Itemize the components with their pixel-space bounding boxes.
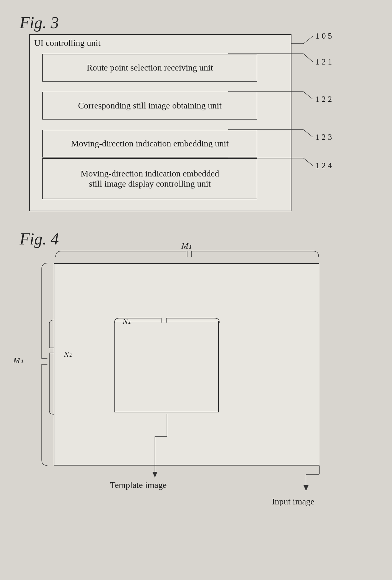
fig4-outer-box <box>54 263 319 466</box>
box4: Moving-direction indication embedded sti… <box>42 158 257 199</box>
svg-text:1 2 1: 1 2 1 <box>315 57 332 66</box>
box1-label: Route point selection receiving unit <box>87 63 213 73</box>
svg-line-13 <box>303 158 313 166</box>
fig4-inner-box <box>114 321 219 412</box>
svg-text:1 2 4: 1 2 4 <box>315 161 332 170</box>
input-image-label: Input image <box>272 497 315 507</box>
n1-top-label: N₁ <box>123 317 131 326</box>
svg-text:1 2 3: 1 2 3 <box>315 133 332 142</box>
ui-controlling-label: UI controlling unit <box>34 38 101 48</box>
svg-text:1 2 2: 1 2 2 <box>315 95 332 104</box>
fig3-outer-box: UI controlling unit Route point selectio… <box>29 34 291 211</box>
svg-line-4 <box>303 54 313 62</box>
m1-top-label: M₁ <box>181 241 192 251</box>
n1-left-label: N₁ <box>64 350 72 359</box>
box3: Moving-direction indication embedding un… <box>42 130 257 157</box>
svg-line-7 <box>303 92 313 99</box>
svg-text:1 0 5: 1 0 5 <box>315 31 332 40</box>
svg-marker-30 <box>303 485 309 491</box>
box3-label: Moving-direction indication embedding un… <box>71 139 229 149</box>
page: Fig. 3 UI controlling unit Route point s… <box>0 0 392 580</box>
template-image-label: Template image <box>110 480 167 490</box>
box2-label: Corresponding still image obtaining unit <box>78 101 222 111</box>
fig3-label: Fig. 3 <box>20 13 59 32</box>
box1: Route point selection receiving unit <box>42 54 257 82</box>
svg-marker-26 <box>152 472 157 478</box>
m1-left-label: M₁ <box>13 355 23 365</box>
svg-line-1 <box>303 36 313 44</box>
box2: Corresponding still image obtaining unit <box>42 92 257 120</box>
fig4-label: Fig. 4 <box>20 230 59 248</box>
box4-label: Moving-direction indication embedded sti… <box>81 169 219 189</box>
svg-line-10 <box>303 130 313 137</box>
